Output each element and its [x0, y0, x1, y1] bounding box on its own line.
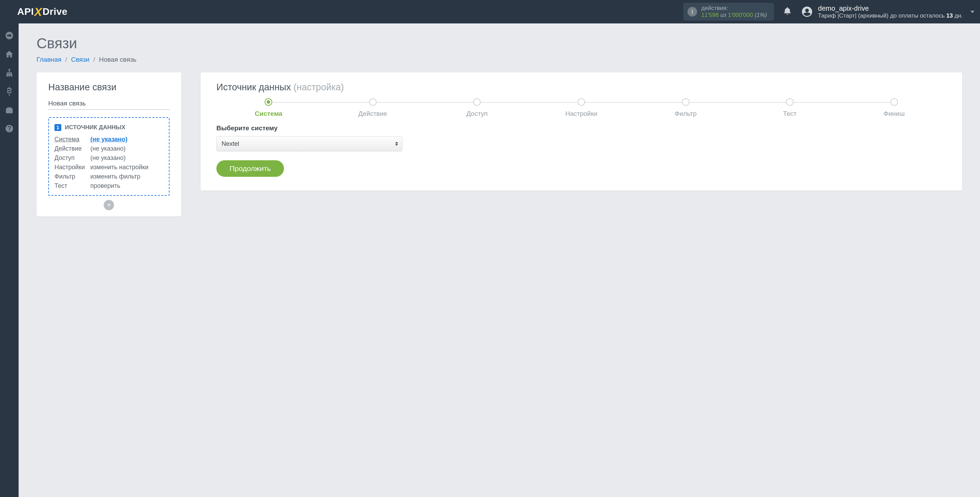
step-label: Доступ: [466, 110, 488, 118]
source-step-key: Фильтр: [54, 173, 85, 180]
step-circle-icon: [682, 98, 689, 106]
actions-label: действия:: [701, 5, 767, 12]
source-step-value[interactable]: (не указано): [90, 136, 163, 143]
logo-drive-text: Drive: [42, 6, 68, 17]
user-text: demo_apix-drive Тариф |Старт| (архивный)…: [818, 5, 963, 19]
step-circle-icon: [891, 98, 898, 106]
source-step-value: изменить фильтр: [90, 173, 163, 180]
source-step-value: (не указано): [90, 155, 163, 162]
source-heading: ИСТОЧНИК ДАННЫХ: [65, 124, 126, 131]
source-step-key: Тест: [54, 182, 85, 190]
breadcrumb-links[interactable]: Связи: [71, 56, 89, 63]
source-number-badge: 1: [54, 124, 61, 131]
step-label: Действие: [358, 110, 387, 118]
user-block[interactable]: demo_apix-drive Тариф |Старт| (архивный)…: [801, 5, 975, 19]
stepper-step[interactable]: Система: [216, 98, 321, 118]
source-steps-grid: Система(не указано)Действие(не указано)Д…: [54, 136, 163, 190]
source-step-value: (не указано): [90, 145, 163, 152]
sidebar-item-home[interactable]: [0, 45, 19, 64]
sidebar: [0, 24, 19, 228]
breadcrumb-current: Новая связь: [99, 56, 137, 63]
card-title-left: Название связи: [48, 82, 170, 93]
breadcrumb-home[interactable]: Главная: [37, 56, 61, 63]
source-step-value: проверить: [90, 182, 163, 190]
select-system-label: Выберите систему: [216, 124, 946, 132]
card-connection-name: Название связи 1 ИСТОЧНИК ДАННЫХ Система…: [37, 72, 181, 217]
step-circle-icon: [786, 98, 794, 106]
step-label: Фильтр: [675, 110, 697, 118]
stepper-step[interactable]: Тест: [738, 98, 842, 118]
card-title-right: Источник данных (настройка): [216, 82, 946, 93]
actions-used: 11'598: [701, 12, 719, 18]
tariff-line: Тариф |Старт| (архивный) до оплаты остал…: [818, 13, 963, 19]
actions-text: действия: 11'598 из 1'000'000 (1%): [701, 5, 767, 19]
avatar-icon: [801, 5, 813, 18]
actions-of: из: [720, 12, 726, 18]
bell-icon[interactable]: [783, 6, 792, 17]
step-circle-icon: [578, 98, 585, 106]
step-circle-icon: [265, 98, 272, 106]
stepper-step[interactable]: Фильтр: [633, 98, 738, 118]
continue-button[interactable]: Продолжить: [216, 160, 284, 177]
page-title: Связи: [37, 35, 962, 52]
system-select[interactable]: Nextel: [216, 136, 402, 151]
step-label: Финиш: [883, 110, 905, 118]
source-step-key: Действие: [54, 145, 85, 152]
topbar: API X Drive i действия: 11'598 из 1'000'…: [0, 0, 980, 24]
sidebar-item-enter[interactable]: [0, 26, 19, 45]
source-step-key[interactable]: Система: [54, 136, 85, 143]
step-label: Тест: [783, 110, 797, 118]
main: Связи Главная / Связи / Новая связь Назв…: [19, 24, 980, 228]
step-label: Система: [255, 110, 282, 118]
add-step-button[interactable]: +: [104, 200, 114, 210]
sidebar-item-help[interactable]: [0, 119, 19, 138]
card-title-muted: (настройка): [294, 82, 344, 92]
source-step-key: Настройки: [54, 164, 85, 171]
svg-rect-3: [11, 75, 12, 76]
step-circle-icon: [473, 98, 481, 106]
svg-rect-2: [9, 75, 10, 76]
sidebar-item-connections[interactable]: [0, 64, 19, 82]
actions-pct: (1%): [755, 12, 767, 18]
logo-x-icon: X: [34, 5, 42, 19]
select-caret-icon: [395, 142, 398, 146]
info-icon: i: [687, 7, 697, 16]
source-step-value: изменить настройки: [90, 164, 163, 171]
actions-counter[interactable]: i действия: 11'598 из 1'000'000 (1%): [683, 3, 774, 21]
stepper-step[interactable]: Финиш: [842, 98, 946, 118]
step-circle-icon: [369, 98, 377, 106]
step-label: Настройки: [565, 110, 597, 118]
stepper: СистемаДействиеДоступНастройкиФильтрТест…: [216, 98, 946, 118]
system-select-value: Nextel: [221, 140, 239, 148]
chevron-down-icon: [970, 11, 975, 13]
breadcrumb-sep: /: [93, 56, 95, 63]
logo-api-text: API: [17, 6, 34, 17]
tariff-prefix: Тариф |Старт| (архивный) до оплаты остал…: [818, 13, 947, 19]
breadcrumb-sep: /: [65, 56, 67, 63]
svg-rect-1: [6, 75, 8, 76]
logo[interactable]: API X Drive: [17, 5, 68, 19]
stepper-step[interactable]: Настройки: [529, 98, 634, 118]
tariff-suffix: дн.: [953, 13, 963, 19]
source-box: 1 ИСТОЧНИК ДАННЫХ Система(не указано)Дей…: [48, 117, 170, 196]
card-title-main: Источник данных: [216, 82, 294, 92]
stepper-step[interactable]: Доступ: [425, 98, 529, 118]
sidebar-item-billing[interactable]: [0, 82, 19, 100]
card-data-source: Источник данных (настройка) СистемаДейст…: [200, 72, 962, 191]
svg-rect-0: [9, 69, 10, 70]
stepper-step[interactable]: Действие: [321, 98, 425, 118]
connection-name-input[interactable]: [48, 98, 170, 110]
tariff-days: 13: [946, 13, 953, 19]
sidebar-item-tools[interactable]: [0, 100, 19, 119]
username: demo_apix-drive: [818, 5, 963, 13]
actions-total: 1'000'000: [728, 12, 753, 18]
breadcrumb: Главная / Связи / Новая связь: [37, 56, 962, 64]
source-step-key: Доступ: [54, 155, 85, 162]
